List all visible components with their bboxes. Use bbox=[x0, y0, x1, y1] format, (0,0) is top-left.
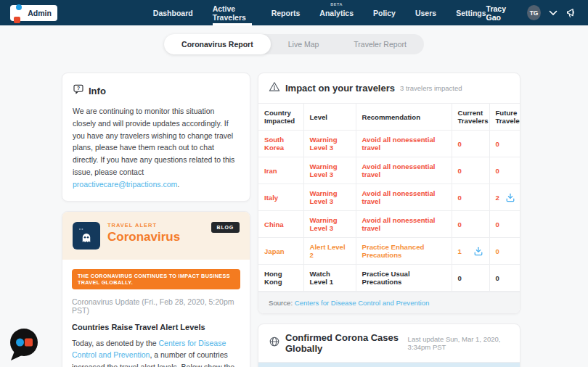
level-cell: Warning Level 3 bbox=[303, 184, 356, 211]
globe-icon bbox=[269, 336, 280, 350]
level-cell: Warning Level 3 bbox=[303, 211, 356, 238]
map-card: Confirmed Corona Cases Globally Last upd… bbox=[258, 323, 520, 367]
nav-item-active-travelers[interactable]: Active Travelers bbox=[213, 0, 252, 25]
travel-alert-title: Coronavirus bbox=[107, 230, 180, 244]
ghost-window-icon bbox=[73, 222, 100, 250]
impact-table-head-row: Country ImpactedLevelRecommendationCurre… bbox=[258, 104, 520, 131]
impact-subtitle: 3 travelers impacted bbox=[400, 84, 462, 92]
map-last-update: Last update Sun, Mar 1, 2020, 3:34pm PST bbox=[408, 335, 510, 351]
megaphone-icon[interactable] bbox=[565, 7, 578, 18]
nav-item-policy[interactable]: Policy bbox=[373, 0, 396, 25]
download-icon[interactable] bbox=[505, 193, 515, 202]
table-row: South KoreaWarning Level 3Avoid all none… bbox=[258, 131, 520, 157]
current-travelers-cell: 0 bbox=[452, 157, 489, 184]
travel-alert-header: TRAVEL ALERT Coronavirus BLOG bbox=[62, 212, 250, 260]
level-cell: Warning Level 3 bbox=[303, 157, 356, 184]
chevron-down-icon[interactable] bbox=[549, 10, 558, 16]
country-cell: Japan bbox=[258, 238, 303, 265]
column-header: Level bbox=[303, 104, 356, 131]
impact-table: Country ImpactedLevelRecommendationCurre… bbox=[258, 104, 520, 292]
beta-badge: BETA bbox=[330, 2, 343, 7]
level-cell: Watch Level 1 bbox=[303, 265, 356, 292]
info-card: ? Info We are continuing to monitor this… bbox=[62, 73, 250, 202]
future-travelers-cell: 0 bbox=[489, 157, 520, 184]
nav-item-reports[interactable]: Reports bbox=[271, 0, 301, 25]
nav-item-dashboard[interactable]: Dashboard bbox=[153, 0, 193, 25]
source-row: Source: Centers for Disease Control and … bbox=[258, 292, 520, 313]
recommendation-cell: Avoid all nonessential travel bbox=[356, 211, 452, 238]
impact-table-body: South KoreaWarning Level 3Avoid all none… bbox=[258, 131, 520, 292]
column-header: Current Travelers bbox=[452, 104, 489, 131]
current-travelers-cell: 0 bbox=[452, 211, 489, 238]
user-name[interactable]: Tracy Gao bbox=[486, 4, 520, 22]
tab-live-map[interactable]: Live Map bbox=[271, 34, 337, 54]
world-map[interactable] bbox=[258, 363, 520, 367]
tab-coronavirus-report[interactable]: Coronavirus Report bbox=[164, 34, 271, 54]
alert-banner: THE CORONAVIRUS CONTINUES TO IMPACT BUSI… bbox=[72, 269, 240, 289]
travel-alert-card: TRAVEL ALERT Coronavirus BLOG THE CORONA… bbox=[62, 211, 250, 367]
current-travelers-cell: 0 bbox=[452, 131, 489, 157]
recommendation-cell: Avoid all nonessential travel bbox=[356, 184, 452, 211]
column-header: Future Travelers bbox=[489, 104, 520, 131]
table-row: IranWarning Level 3Avoid all nonessentia… bbox=[258, 157, 520, 184]
warning-triangle-icon bbox=[269, 81, 280, 95]
admin-logo-badge[interactable]: Admin bbox=[10, 5, 57, 21]
tab-traveler-report[interactable]: Traveler Report bbox=[336, 34, 424, 54]
alert-heading: Countries Raise Travel Alert Levels bbox=[72, 323, 240, 331]
map-card-header: Confirmed Corona Cases Globally Last upd… bbox=[258, 324, 520, 363]
download-icon[interactable] bbox=[473, 247, 483, 256]
info-body: We are continuing to monitor this situat… bbox=[73, 105, 240, 191]
chat-logo-dot bbox=[16, 339, 24, 347]
future-travelers-cell: 0 bbox=[489, 238, 520, 265]
svg-text:?: ? bbox=[77, 86, 80, 91]
level-cell: Alert Level 2 bbox=[303, 238, 356, 265]
future-travelers-cell: 0 bbox=[489, 131, 520, 157]
left-column: ? Info We are continuing to monitor this… bbox=[62, 73, 250, 367]
country-cell: China bbox=[258, 211, 303, 238]
column-header: Country Impacted bbox=[258, 104, 303, 131]
level-cell: Warning Level 3 bbox=[303, 131, 356, 157]
nav-item-analytics[interactable]: BETA Analytics bbox=[319, 0, 354, 25]
current-travelers-cell: 1 bbox=[452, 238, 489, 265]
chat-logo-square bbox=[25, 339, 33, 347]
blog-button[interactable]: BLOG bbox=[211, 222, 240, 233]
future-travelers-cell: 0 bbox=[489, 265, 520, 292]
recommendation-cell: Practice Usual Precautions bbox=[356, 265, 452, 292]
country-cell: South Korea bbox=[258, 131, 303, 157]
country-cell: Italy bbox=[258, 184, 303, 211]
proactive-care-link[interactable]: proactivecare@tripactions.com bbox=[73, 180, 177, 189]
avatar[interactable]: TG bbox=[527, 5, 541, 20]
right-column: Impact on your travelers 3 travelers imp… bbox=[258, 73, 520, 367]
travel-alert-kicker: TRAVEL ALERT bbox=[107, 222, 180, 228]
brand-logo-icon bbox=[16, 0, 24, 26]
current-travelers-cell: 0 bbox=[452, 265, 489, 292]
recommendation-cell: Avoid all nonessential travel bbox=[356, 157, 452, 184]
column-header: Recommendation bbox=[356, 104, 452, 131]
report-tabs: Coronavirus Report Live Map Traveler Rep… bbox=[0, 34, 588, 54]
country-cell: Hong Kong bbox=[258, 265, 303, 292]
nav-item-settings[interactable]: Settings bbox=[456, 0, 486, 25]
table-row: ItalyWarning Level 3Avoid all nonessenti… bbox=[258, 184, 520, 211]
table-row: JapanAlert Level 2Practice Enhanced Prec… bbox=[258, 238, 520, 265]
info-bubble-icon: ? bbox=[73, 83, 84, 98]
nav-items: Dashboard Active Travelers Reports BETA … bbox=[153, 0, 486, 25]
impact-card-header: Impact on your travelers 3 travelers imp… bbox=[258, 73, 520, 104]
nav-item-users[interactable]: Users bbox=[415, 0, 436, 25]
chat-widget-button[interactable] bbox=[6, 326, 41, 363]
alert-paragraph: Today, as denoted by the Centers for Dis… bbox=[72, 337, 240, 367]
future-travelers-cell: 2 bbox=[489, 184, 520, 211]
table-row: ChinaWarning Level 3Avoid all nonessenti… bbox=[258, 211, 520, 238]
top-navbar: Admin Dashboard Active Travelers Reports… bbox=[0, 0, 588, 25]
future-travelers-cell: 0 bbox=[489, 211, 520, 238]
recommendation-cell: Practice Enhanced Precautions bbox=[356, 238, 452, 265]
recommendation-cell: Avoid all nonessential travel bbox=[356, 131, 452, 157]
update-timestamp: Coronavirus Update (Fri., Feb 28, 2020, … bbox=[72, 297, 240, 315]
table-row: Hong KongWatch Level 1Practice Usual Pre… bbox=[258, 265, 520, 292]
impact-card: Impact on your travelers 3 travelers imp… bbox=[258, 73, 520, 314]
nav-right: Tracy Gao TG bbox=[486, 0, 578, 25]
impact-title: Impact on your travelers bbox=[285, 83, 395, 94]
travel-alert-body: THE CORONAVIRUS CONTINUES TO IMPACT BUSI… bbox=[62, 260, 250, 367]
country-cell: Iran bbox=[258, 157, 303, 184]
map-title: Confirmed Corona Cases Globally bbox=[285, 332, 403, 354]
cdc-source-link[interactable]: Centers for Disease Control and Preventi… bbox=[295, 299, 430, 307]
